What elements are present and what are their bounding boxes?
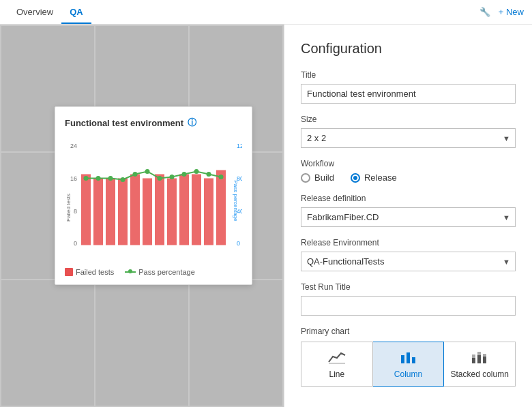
widget-title: Functional test environment ⓘ [65,117,242,129]
chart-svg: 24 16 8 0 120 80 40 0 Failed tests Pass … [65,134,242,264]
grid-cell-7 [1,280,94,406]
svg-text:0: 0 [237,240,240,247]
svg-rect-19 [192,175,201,245]
workflow-radio-group: Build Release [301,172,516,183]
line-chart-icon [327,349,346,365]
release-def-select[interactable]: FabrikamFiber.CD [301,207,516,227]
svg-point-22 [84,176,89,181]
svg-point-30 [182,172,187,177]
svg-rect-18 [179,175,189,245]
svg-rect-21 [216,170,226,245]
release-env-label: Release Environment [301,238,516,247]
workflow-release-radio[interactable]: Release [351,172,397,183]
test-run-group: Test Run Title [301,282,516,316]
svg-point-31 [194,169,199,174]
svg-text:8: 8 [74,208,77,215]
chart-type-stacked[interactable]: Stacked column [444,342,516,387]
primary-chart-group: Primary chart Line [301,327,516,387]
svg-rect-41 [483,357,486,363]
grid-cell-9 [190,280,282,406]
svg-rect-12 [106,179,115,245]
svg-rect-36 [412,357,415,363]
title-group: Title [301,70,516,104]
release-env-select[interactable]: QA-FunctionalTests [301,252,516,271]
svg-point-27 [145,169,150,174]
svg-text:24: 24 [70,142,77,149]
test-run-input[interactable] [301,296,516,316]
legend-failed-icon [65,268,73,276]
size-select-wrapper: 2 x 2 1 x 1 1 x 2 2 x 1 2 x 3 3 x 3 ▼ [301,128,516,148]
workflow-group: Workflow Build Release [301,159,516,183]
svg-point-26 [133,172,138,177]
svg-point-24 [108,176,113,181]
grid-cell-8 [95,280,188,406]
release-def-group: Release definition FabrikamFiber.CD ▼ [301,194,516,227]
chart-type-options: Line Column [301,342,516,387]
svg-point-32 [207,172,211,177]
release-radio-label: Release [364,172,397,183]
chart-type-line[interactable]: Line [301,342,373,387]
chart-type-column[interactable]: Column [373,342,445,387]
main-layout: Functional test environment ⓘ 24 16 8 0 … [0,25,532,407]
svg-rect-10 [81,175,91,245]
build-radio-circle[interactable] [301,173,310,183]
svg-rect-15 [143,179,152,245]
chart-legend: Failed tests Pass percentage [65,268,242,276]
right-panel: Configuration Title Size 2 x 2 1 x 1 1 x… [284,25,532,407]
release-def-label: Release definition [301,194,516,203]
svg-rect-35 [407,352,410,363]
legend-failed: Failed tests [65,268,114,276]
svg-rect-37 [472,358,475,363]
nav-tabs: Overview QA [8,1,91,23]
release-env-group: Release Environment QA-FunctionalTests ▼ [301,238,516,271]
info-icon[interactable]: ⓘ [188,117,196,129]
new-button[interactable]: + New [499,7,524,17]
settings-icon[interactable]: 🔧 [479,7,490,17]
svg-point-25 [121,177,125,182]
nav-actions: 🔧 + New [479,7,524,17]
release-def-select-wrapper: FabrikamFiber.CD ▼ [301,207,516,227]
column-chart-icon [399,349,418,365]
top-nav: Overview QA 🔧 + New [0,0,532,25]
chart-area: 24 16 8 0 120 80 40 0 Failed tests Pass … [65,134,242,264]
test-run-label: Test Run Title [301,282,516,292]
svg-rect-13 [118,179,128,245]
svg-rect-34 [401,355,404,363]
svg-rect-42 [483,354,486,357]
title-input[interactable] [301,84,516,104]
svg-rect-40 [477,352,481,355]
svg-rect-11 [93,179,103,245]
left-panel: Functional test environment ⓘ 24 16 8 0 … [0,25,284,407]
legend-pass: Pass percentage [125,268,195,276]
title-label: Title [301,70,516,80]
release-radio-circle[interactable] [351,173,360,183]
widget-card: Functional test environment ⓘ 24 16 8 0 … [55,106,252,285]
svg-point-28 [158,176,162,181]
svg-text:Failed tests: Failed tests [65,194,72,222]
svg-point-29 [170,175,175,179]
tab-overview[interactable]: Overview [8,1,61,24]
legend-pass-icon [125,271,136,273]
build-radio-label: Build [314,172,334,183]
workflow-label: Workflow [301,159,516,168]
svg-text:Pass percentage: Pass percentage [233,180,239,222]
stacked-chart-icon [470,349,489,365]
svg-rect-38 [472,355,475,358]
size-group: Size 2 x 2 1 x 1 1 x 2 2 x 1 2 x 3 3 x 3… [301,115,516,148]
svg-text:0: 0 [74,240,77,247]
tab-qa[interactable]: QA [61,1,91,24]
svg-rect-16 [155,175,164,245]
config-heading: Configuration [301,41,516,57]
svg-text:120: 120 [237,142,242,149]
svg-rect-20 [204,179,213,245]
svg-point-23 [96,176,101,181]
svg-rect-17 [167,179,177,245]
workflow-build-radio[interactable]: Build [301,172,334,183]
size-select[interactable]: 2 x 2 1 x 1 1 x 2 2 x 1 2 x 3 3 x 3 [301,128,516,148]
svg-rect-14 [130,175,140,245]
svg-rect-39 [477,355,481,363]
svg-text:16: 16 [70,175,77,182]
primary-chart-label: Primary chart [301,327,516,336]
svg-point-33 [219,175,224,179]
size-label: Size [301,115,516,124]
